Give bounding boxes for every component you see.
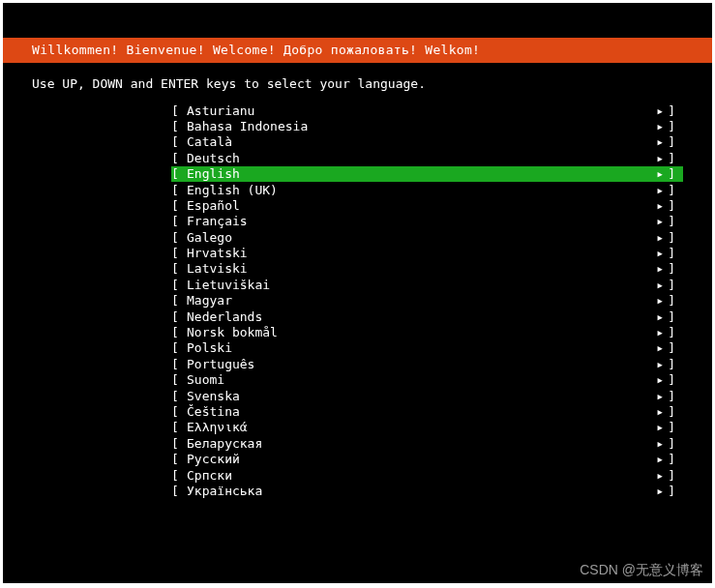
bracket-left: [ (171, 484, 187, 499)
language-list[interactable]: [Asturianu▸][Bahasa Indonesia▸][Català▸]… (3, 103, 712, 499)
bracket-left: [ (171, 389, 187, 404)
language-option[interactable]: [Беларуская▸] (171, 435, 683, 451)
bracket-left: [ (171, 404, 187, 420)
language-name: Lietuviškai (187, 278, 656, 293)
bracket-left: [ (171, 372, 187, 388)
chevron-right-icon: ▸ (656, 214, 668, 229)
watermark: CSDN @无意义博客 (580, 562, 703, 579)
language-name: Svenska (187, 389, 656, 404)
language-option[interactable]: [English (UK)▸] (171, 182, 683, 197)
language-name: Latviski (187, 261, 656, 277)
language-option[interactable]: [Suomi▸] (171, 372, 683, 388)
bracket-left: [ (171, 452, 187, 467)
language-option[interactable]: [Bahasa Indonesia▸] (171, 119, 683, 134)
language-name: Српски (187, 468, 656, 484)
bracket-left: [ (171, 183, 187, 198)
language-option[interactable]: [Nederlands▸] (171, 309, 683, 324)
chevron-right-icon: ▸ (656, 278, 668, 293)
bracket-left: [ (171, 166, 187, 182)
bracket-right: ] (668, 468, 675, 484)
bracket-right: ] (668, 166, 675, 182)
chevron-right-icon: ▸ (656, 309, 668, 325)
language-option[interactable]: [English▸] (171, 166, 683, 182)
bracket-left: [ (171, 340, 187, 356)
language-name: Asturianu (187, 103, 656, 119)
chevron-right-icon: ▸ (656, 119, 668, 134)
language-option[interactable]: [Català▸] (171, 134, 683, 150)
language-option[interactable]: [Español▸] (171, 198, 683, 214)
bracket-left: [ (171, 103, 187, 119)
language-name: Hrvatski (187, 246, 656, 261)
chevron-right-icon: ▸ (656, 325, 668, 340)
language-name: Ελληνικά (187, 420, 656, 435)
bracket-left: [ (171, 151, 187, 166)
language-name: English (UK) (187, 183, 656, 198)
language-option[interactable]: [Norsk bokmål▸] (171, 325, 683, 340)
language-option[interactable]: [Latviski▸] (171, 261, 683, 277)
bracket-right: ] (668, 389, 675, 404)
bracket-right: ] (668, 134, 675, 150)
language-option[interactable]: [Galego▸] (171, 229, 683, 245)
bracket-right: ] (668, 325, 675, 340)
language-option[interactable]: [Magyar▸] (171, 293, 683, 309)
bracket-right: ] (668, 214, 675, 229)
chevron-right-icon: ▸ (656, 357, 668, 372)
bracket-right: ] (668, 183, 675, 198)
bracket-right: ] (668, 404, 675, 420)
language-option[interactable]: [Русский▸] (171, 452, 683, 467)
chevron-right-icon: ▸ (656, 372, 668, 388)
language-name: Русский (187, 452, 656, 467)
language-option[interactable]: [Polski▸] (171, 340, 683, 356)
language-name: Português (187, 357, 656, 372)
language-option[interactable]: [Svenska▸] (171, 388, 683, 403)
language-option[interactable]: [Українська▸] (171, 484, 683, 499)
bracket-right: ] (668, 246, 675, 261)
language-option[interactable]: [Français▸] (171, 214, 683, 229)
bracket-left: [ (171, 246, 187, 261)
language-name: Беларуская (187, 436, 656, 452)
language-name: Suomi (187, 372, 656, 388)
language-option[interactable]: [Português▸] (171, 356, 683, 371)
language-name: Norsk bokmål (187, 325, 656, 340)
bracket-right: ] (668, 293, 675, 309)
bracket-left: [ (171, 436, 187, 452)
bracket-right: ] (668, 198, 675, 214)
language-option[interactable]: [Српски▸] (171, 467, 683, 483)
bracket-left: [ (171, 230, 187, 246)
bracket-right: ] (668, 436, 675, 452)
bracket-left: [ (171, 420, 187, 435)
bracket-right: ] (668, 484, 675, 499)
chevron-right-icon: ▸ (656, 404, 668, 420)
bracket-left: [ (171, 278, 187, 293)
language-option[interactable]: [Deutsch▸] (171, 150, 683, 165)
language-option[interactable]: [Čeština▸] (171, 404, 683, 420)
language-name: Galego (187, 230, 656, 246)
bracket-right: ] (668, 103, 675, 119)
language-option[interactable]: [Asturianu▸] (171, 103, 683, 118)
chevron-right-icon: ▸ (656, 230, 668, 246)
chevron-right-icon: ▸ (656, 468, 668, 484)
bracket-left: [ (171, 198, 187, 214)
bracket-left: [ (171, 357, 187, 372)
chevron-right-icon: ▸ (656, 293, 668, 309)
bracket-left: [ (171, 134, 187, 150)
language-name: English (187, 166, 656, 182)
language-option[interactable]: [Hrvatski▸] (171, 246, 683, 261)
language-option[interactable]: [Ελληνικά▸] (171, 420, 683, 435)
bracket-left: [ (171, 325, 187, 340)
language-name: Español (187, 198, 656, 214)
language-name: Magyar (187, 293, 656, 309)
bracket-right: ] (668, 420, 675, 435)
bracket-right: ] (668, 309, 675, 325)
bracket-left: [ (171, 293, 187, 309)
language-name: Nederlands (187, 309, 656, 325)
bracket-right: ] (668, 261, 675, 277)
bracket-right: ] (668, 151, 675, 166)
language-option[interactable]: [Lietuviškai▸] (171, 277, 683, 292)
chevron-right-icon: ▸ (656, 452, 668, 467)
chevron-right-icon: ▸ (656, 198, 668, 214)
bracket-right: ] (668, 452, 675, 467)
chevron-right-icon: ▸ (656, 261, 668, 277)
welcome-header: Willkommen! Bienvenue! Welcome! Добро по… (3, 38, 712, 63)
installer-terminal: Willkommen! Bienvenue! Welcome! Добро по… (3, 3, 712, 583)
